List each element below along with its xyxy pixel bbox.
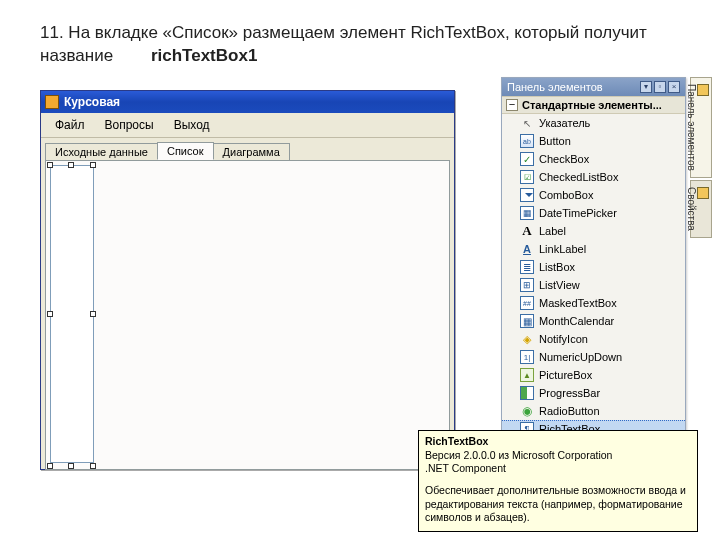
month-icon <box>520 314 534 328</box>
toolbox-icon <box>697 84 709 96</box>
close-icon[interactable]: × <box>668 81 680 93</box>
resize-handle[interactable] <box>90 463 96 469</box>
toolbox-item-label: MonthCalendar <box>539 315 614 327</box>
side-tab-properties[interactable]: Свойства <box>690 180 712 238</box>
side-tab-label: Свойства <box>686 187 697 231</box>
window-title: Курсовая <box>64 95 120 109</box>
toolbox-item-label: PictureBox <box>539 369 592 381</box>
toolbox-item-numericupdown[interactable]: NumericUpDown <box>502 348 685 366</box>
toolbox-item-checkedlistbox[interactable]: CheckedListBox <box>502 168 685 186</box>
listbox-icon <box>520 260 534 274</box>
richtextbox1[interactable] <box>50 165 94 463</box>
tooltip-version: Версия 2.0.0.0 из Microsoft Corporation <box>425 449 691 463</box>
toolbox-item-label: LinkLabel <box>539 243 586 255</box>
toolbox-item-label: Label <box>539 225 566 237</box>
resize-handle[interactable] <box>47 463 53 469</box>
toolbox-item-datetimepicker[interactable]: DateTimePicker <box>502 204 685 222</box>
tooltip-component: .NET Component <box>425 462 691 476</box>
toolbox-item-label: ProgressBar <box>539 387 600 399</box>
properties-icon <box>697 187 709 199</box>
toolbox-category-label: Стандартные элементы... <box>522 99 662 111</box>
toolbox-dropdown-icon[interactable]: ▾ <box>640 81 652 93</box>
toolbox-item-radiobutton[interactable]: RadioButton <box>502 402 685 420</box>
notify-icon <box>520 332 534 346</box>
toolbox-item-listbox[interactable]: ListBox <box>502 258 685 276</box>
toolbox-item-label: NotifyIcon <box>539 333 588 345</box>
toolbox-item-label: ComboBox <box>539 189 593 201</box>
tooltip: RichTextBox Версия 2.0.0.0 из Microsoft … <box>418 430 698 532</box>
toolbox-title[interactable]: Панель элементов ▾ ▫ × <box>502 78 685 96</box>
resize-handle[interactable] <box>68 162 74 168</box>
menu-file[interactable]: Файл <box>47 116 93 134</box>
side-tabs: Панель элементов Свойства <box>690 77 712 238</box>
resize-handle[interactable] <box>47 162 53 168</box>
instruction-bold: richTextBox1 <box>151 46 257 65</box>
toolbox-item-label: RadioButton <box>539 405 600 417</box>
combo-icon <box>520 188 534 202</box>
prog-icon <box>520 386 534 400</box>
toolbox-item-combobox[interactable]: ComboBox <box>502 186 685 204</box>
clb-icon <box>520 170 534 184</box>
tooltip-description: Обеспечивает дополнительные возможности … <box>425 484 691 525</box>
app-window: Курсовая Файл Вопросы Выход Исходные дан… <box>40 90 455 470</box>
app-icon <box>45 95 59 109</box>
toolbox-item-notifyicon[interactable]: NotifyIcon <box>502 330 685 348</box>
resize-handle[interactable] <box>47 311 53 317</box>
toolbox-item-progressbar[interactable]: ProgressBar <box>502 384 685 402</box>
toolbox-item-linklabel[interactable]: LinkLabel <box>502 240 685 258</box>
dtp-icon <box>520 206 534 220</box>
checkbox-icon <box>520 152 534 166</box>
resize-handle[interactable] <box>90 311 96 317</box>
toolbox-item-monthcalendar[interactable]: MonthCalendar <box>502 312 685 330</box>
label-icon <box>520 224 534 238</box>
toolbox-item-label: NumericUpDown <box>539 351 622 363</box>
menu-questions[interactable]: Вопросы <box>97 116 162 134</box>
toolbox-item-label: CheckedListBox <box>539 171 619 183</box>
toolbox-item-label: Указатель <box>539 117 590 129</box>
toolbox-item-label: CheckBox <box>539 153 589 165</box>
toolbox-item-picturebox[interactable]: PictureBox <box>502 366 685 384</box>
link-icon <box>520 242 534 256</box>
button-icon <box>520 134 534 148</box>
toolbox-panel: Панель элементов ▾ ▫ × Стандартные элеме… <box>501 77 686 445</box>
tab-list[interactable]: Список <box>157 142 214 160</box>
tab-strip: Исходные данные Список Диаграмма <box>45 142 450 160</box>
resize-handle[interactable] <box>68 463 74 469</box>
tab-page <box>45 160 450 470</box>
toolbox-title-text: Панель элементов <box>507 81 603 93</box>
toolbox-item-checkbox[interactable]: CheckBox <box>502 150 685 168</box>
menubar: Файл Вопросы Выход <box>41 113 454 138</box>
instruction-text: 11. На вкладке «Список» размещаем элемен… <box>40 22 680 68</box>
tab-source-data[interactable]: Исходные данные <box>45 143 158 161</box>
side-tab-label: Панель элементов <box>686 84 697 171</box>
titlebar[interactable]: Курсовая <box>41 91 454 113</box>
toolbox-item-maskedtextbox[interactable]: MaskedTextBox <box>502 294 685 312</box>
toolbox-item-label: MaskedTextBox <box>539 297 617 309</box>
listview-icon <box>520 278 534 292</box>
side-tab-toolbox[interactable]: Панель элементов <box>690 77 712 178</box>
toolbox-item-label: ListView <box>539 279 580 291</box>
toolbox-item-указатель[interactable]: Указатель <box>502 114 685 132</box>
resize-handle[interactable] <box>90 162 96 168</box>
tooltip-title: RichTextBox <box>425 435 691 449</box>
toolbox-category[interactable]: Стандартные элементы... <box>502 96 685 114</box>
mtb-icon <box>520 296 534 310</box>
radio-icon <box>520 404 534 418</box>
toolbox-item-label[interactable]: Label <box>502 222 685 240</box>
toolbox-list: УказательButtonCheckBoxCheckedListBoxCom… <box>502 114 685 456</box>
tab-diagram[interactable]: Диаграмма <box>213 143 290 161</box>
menu-exit[interactable]: Выход <box>166 116 218 134</box>
pointer-icon <box>520 116 534 130</box>
toolbox-pin-icon[interactable]: ▫ <box>654 81 666 93</box>
nud-icon <box>520 350 534 364</box>
toolbox-item-label: Button <box>539 135 571 147</box>
toolbox-item-listview[interactable]: ListView <box>502 276 685 294</box>
toolbox-item-button[interactable]: Button <box>502 132 685 150</box>
toolbox-item-label: ListBox <box>539 261 575 273</box>
toolbox-item-label: DateTimePicker <box>539 207 617 219</box>
pic-icon <box>520 368 534 382</box>
